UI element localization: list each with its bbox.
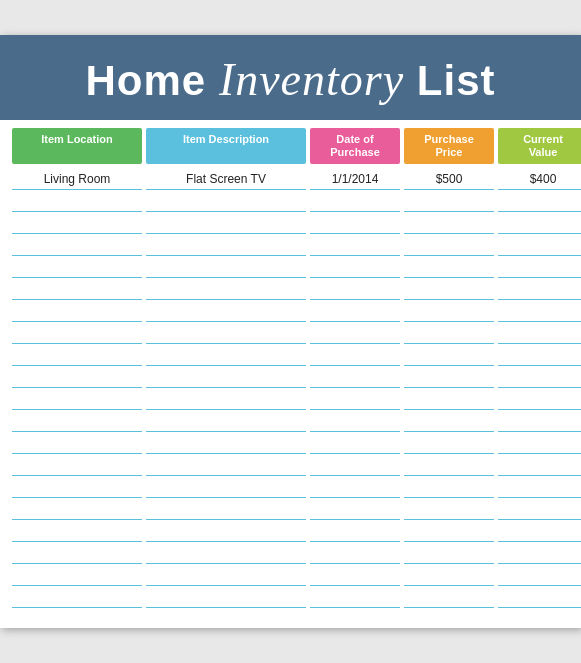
cell-current_value [498, 322, 581, 344]
col-header-purchase-price: PurchasePrice [404, 128, 494, 164]
cell-location [12, 564, 142, 586]
cell-location [12, 432, 142, 454]
cell-date [310, 410, 400, 432]
cell-purchase_price [404, 190, 494, 212]
cell-description [146, 212, 306, 234]
cell-date [310, 190, 400, 212]
cell-location [12, 586, 142, 608]
cell-current_value [498, 542, 581, 564]
cell-location [12, 542, 142, 564]
cell-location [12, 476, 142, 498]
cell-date [310, 388, 400, 410]
cell-description [146, 498, 306, 520]
cell-description [146, 344, 306, 366]
page-container: Home Inventory List Item Location Item D… [0, 35, 581, 628]
cell-purchase_price [404, 300, 494, 322]
col-header-location: Item Location [12, 128, 142, 164]
table-row [12, 388, 569, 410]
table-container: Item Location Item Description Date ofPu… [0, 128, 581, 628]
cell-description [146, 234, 306, 256]
col-header-current-value: CurrentValue [498, 128, 581, 164]
cell-date [310, 520, 400, 542]
table-row [12, 212, 569, 234]
data-rows: Living RoomFlat Screen TV1/1/2014$500$40… [12, 168, 569, 608]
table-row [12, 322, 569, 344]
cell-description [146, 366, 306, 388]
table-row [12, 190, 569, 212]
cell-current_value [498, 366, 581, 388]
cell-purchase_price [404, 344, 494, 366]
cell-description: Flat Screen TV [146, 168, 306, 190]
table-row [12, 278, 569, 300]
cell-location [12, 212, 142, 234]
table-row [12, 366, 569, 388]
cell-purchase_price [404, 542, 494, 564]
cell-current_value [498, 432, 581, 454]
cell-current_value: $400 [498, 168, 581, 190]
cell-purchase_price [404, 278, 494, 300]
table-row [12, 498, 569, 520]
title-cursive: Inventory [219, 54, 404, 105]
cell-current_value [498, 498, 581, 520]
cell-current_value [498, 278, 581, 300]
table-row [12, 476, 569, 498]
cell-current_value [498, 212, 581, 234]
cell-description [146, 410, 306, 432]
table-row [12, 564, 569, 586]
table-row [12, 256, 569, 278]
table-row [12, 344, 569, 366]
cell-date [310, 344, 400, 366]
cell-date [310, 300, 400, 322]
cell-description [146, 256, 306, 278]
cell-description [146, 432, 306, 454]
cell-location [12, 498, 142, 520]
cell-date [310, 454, 400, 476]
cell-description [146, 278, 306, 300]
cell-location [12, 344, 142, 366]
cell-date [310, 212, 400, 234]
cell-purchase_price [404, 388, 494, 410]
cell-location: Living Room [12, 168, 142, 190]
cell-location [12, 366, 142, 388]
table-row [12, 586, 569, 608]
cell-purchase_price [404, 234, 494, 256]
cell-location [12, 410, 142, 432]
table-row [12, 410, 569, 432]
cell-date [310, 564, 400, 586]
cell-location [12, 322, 142, 344]
cell-location [12, 454, 142, 476]
cell-purchase_price [404, 366, 494, 388]
cell-date: 1/1/2014 [310, 168, 400, 190]
table-row: Living RoomFlat Screen TV1/1/2014$500$40… [12, 168, 569, 190]
cell-description [146, 322, 306, 344]
cell-location [12, 300, 142, 322]
cell-description [146, 542, 306, 564]
cell-description [146, 388, 306, 410]
table-row [12, 432, 569, 454]
cell-description [146, 190, 306, 212]
table-row [12, 520, 569, 542]
cell-date [310, 498, 400, 520]
cell-date [310, 476, 400, 498]
cell-date [310, 432, 400, 454]
cell-description [146, 476, 306, 498]
cell-location [12, 234, 142, 256]
cell-location [12, 256, 142, 278]
cell-description [146, 586, 306, 608]
cell-current_value [498, 454, 581, 476]
table-row [12, 454, 569, 476]
cell-purchase_price [404, 454, 494, 476]
cell-description [146, 564, 306, 586]
cell-location [12, 278, 142, 300]
cell-current_value [498, 190, 581, 212]
cell-date [310, 586, 400, 608]
cell-current_value [498, 586, 581, 608]
cell-purchase_price [404, 476, 494, 498]
header: Home Inventory List [0, 35, 581, 120]
cell-current_value [498, 564, 581, 586]
cell-purchase_price [404, 520, 494, 542]
table-row [12, 234, 569, 256]
cell-purchase_price: $500 [404, 168, 494, 190]
cell-location [12, 190, 142, 212]
cell-purchase_price [404, 410, 494, 432]
